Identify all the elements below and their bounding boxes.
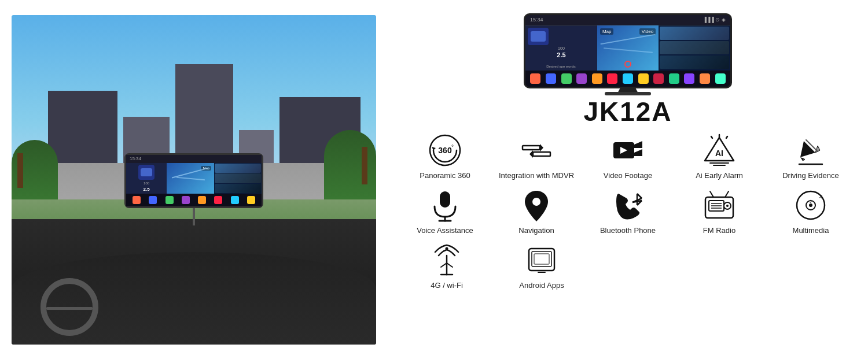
svg-text:♪: ♪ [810,198,812,204]
svg-text:360: 360 [438,146,452,155]
svg-rect-25 [440,191,450,208]
svg-marker-5 [540,144,543,151]
right-panel: 15:34 ▐▐▐ ⊙ ◈ 100 2.5 Desired spe words:… [388,0,868,359]
product-photo: 15:34 100 2.5 Map [12,15,376,345]
feature-label-integration-mdvr: Integration with MDVR [499,171,574,181]
multimedia-icon: ♪ ♫ [793,188,828,223]
device-time-label: 15:34 [530,17,543,23]
svg-rect-56 [534,254,549,264]
svg-line-16 [711,136,712,138]
svg-marker-10 [634,141,642,148]
features-row-3: 4G / wi-Fi Android Apps [399,239,856,294]
integration-mdvr-icon [519,133,554,168]
feature-voice-assistance: Voice Assistance [399,184,491,239]
svg-marker-19 [800,141,815,157]
svg-text:AI: AI [715,149,723,158]
voice-assistance-icon [428,188,462,223]
feature-panoramic-360: 360 ° Panoramic 360 [399,129,491,184]
feature-label-fm-radio: FM Radio [703,226,735,236]
android-apps-icon [524,243,559,277]
svg-text:°: ° [451,144,454,150]
feature-fm-radio: FM Radio [674,184,765,239]
svg-line-42 [725,191,729,197]
svg-line-41 [710,191,713,197]
feature-integration-mdvr: Integration with MDVR [491,129,582,184]
feature-label-panoramic-360: Panoramic 360 [420,171,470,181]
navigation-icon [519,188,554,223]
svg-line-51 [441,263,447,267]
product-title: JK12A [583,98,672,125]
features-row-2: Voice Assistance Navigation [399,184,856,239]
feature-label-driving-evidence: Driving Evidence [782,171,839,181]
video-footage-icon [610,133,645,168]
svg-point-28 [532,198,540,206]
svg-marker-3 [432,147,436,150]
svg-text:♫: ♫ [819,193,823,199]
svg-marker-7 [529,150,533,158]
feature-label-ai-early-alarm: Ai Early Alarm [696,171,743,181]
feature-label-4g-wifi: 4G / wi-Fi [431,281,463,291]
feature-driving-evidence: Driving Evidence [765,129,856,184]
feature-4g-wifi: 4G / wi-Fi [399,239,494,294]
panoramic-360-icon: 360 ° [428,133,462,168]
device-display-image: 15:34 ▐▐▐ ⊙ ◈ 100 2.5 Desired spe words:… [518,6,738,95]
svg-point-53 [446,247,448,250]
feature-label-multimedia: Multimedia [793,226,829,236]
left-panel: 15:34 100 2.5 Map [0,0,388,359]
feature-navigation: Navigation [491,184,582,239]
feature-label-bluetooth-phone: Bluetooth Phone [600,226,656,236]
feature-label-navigation: Navigation [518,226,554,236]
feature-ai-early-alarm: AI Ai Early Alarm [674,129,765,184]
ai-early-alarm-icon: AI [702,133,737,168]
feature-label-video-footage: Video Footage [604,171,652,181]
features-row-1: 360 ° Panoramic 360 [399,129,856,184]
feature-label-android-apps: Android Apps [519,281,564,291]
svg-rect-6 [533,152,550,156]
4g-wifi-icon [429,243,464,277]
driving-evidence-icon [793,133,828,168]
svg-line-15 [726,136,727,138]
svg-point-40 [726,205,729,207]
svg-marker-11 [634,149,642,156]
feature-bluetooth-phone: Bluetooth Phone [582,184,674,239]
bluetooth-phone-icon [610,188,645,223]
feature-android-apps: Android Apps [494,239,589,294]
svg-rect-4 [523,146,540,150]
svg-line-52 [447,263,453,267]
feature-multimedia: ♪ ♫ Multimedia [765,184,856,239]
feature-label-voice-assistance: Voice Assistance [417,226,473,236]
feature-video-footage: Video Footage [582,129,674,184]
fm-radio-icon [702,188,737,223]
